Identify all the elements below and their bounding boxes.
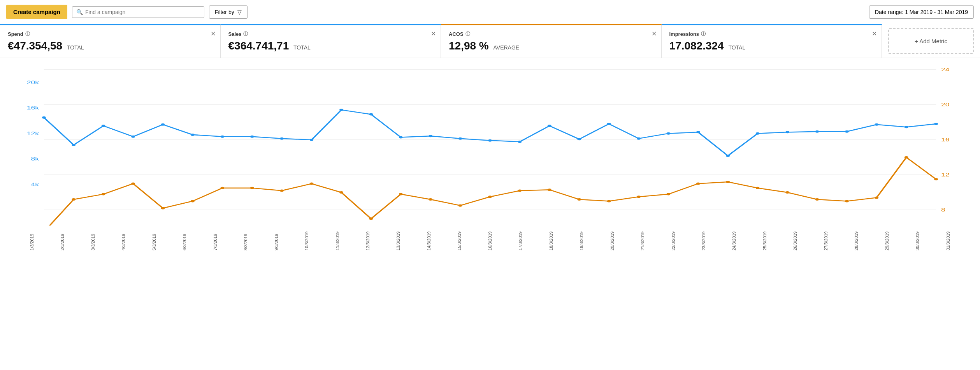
filter-chevron-icon: ▽ (237, 9, 242, 15)
search-input[interactable] (85, 9, 200, 15)
svg-text:8: 8 (941, 207, 945, 212)
x-axis-label: 21/3/2019 (640, 227, 645, 250)
svg-point-57 (369, 218, 373, 220)
svg-point-31 (518, 141, 522, 143)
metric-sales: Sales ⓘ ✕ €364.741,71 TOTAL (221, 24, 441, 58)
svg-point-38 (726, 155, 730, 157)
svg-point-63 (548, 189, 551, 191)
sales-close-button[interactable]: ✕ (431, 30, 436, 37)
svg-point-58 (399, 193, 403, 196)
acos-close-button[interactable]: ✕ (652, 30, 657, 37)
metric-spend: Spend ⓘ ✕ €47.354,58 TOTAL (0, 24, 221, 58)
sales-info-icon[interactable]: ⓘ (243, 31, 248, 37)
svg-point-42 (845, 130, 849, 133)
acos-info-icon[interactable]: ⓘ (465, 31, 470, 37)
svg-point-69 (726, 181, 730, 183)
x-axis-label: 5/3/2019 (152, 227, 156, 250)
svg-point-75 (904, 156, 908, 159)
x-axis-labels: 1/3/20192/3/20193/3/20194/3/20195/3/2019… (6, 226, 974, 250)
spend-close-button[interactable]: ✕ (211, 30, 216, 37)
svg-text:24: 24 (941, 67, 950, 72)
svg-point-76 (934, 178, 938, 180)
svg-point-28 (429, 135, 432, 137)
metric-sales-title: Sales ⓘ (228, 31, 433, 37)
svg-point-45 (934, 123, 938, 125)
filter-button[interactable]: Filter by ▽ (209, 5, 248, 19)
impressions-close-button[interactable]: ✕ (872, 30, 877, 37)
metric-impressions: Impressions ⓘ ✕ 17.082.324 TOTAL (662, 24, 882, 58)
svg-point-22 (250, 136, 254, 138)
svg-point-48 (102, 193, 105, 196)
spend-info-icon[interactable]: ⓘ (25, 31, 30, 37)
svg-point-32 (548, 125, 551, 127)
svg-point-16 (72, 144, 76, 146)
add-metric-button[interactable]: + Add Metric (888, 28, 974, 54)
x-axis-label: 10/3/2019 (304, 227, 309, 250)
svg-point-17 (102, 125, 105, 127)
metrics-row: Spend ⓘ ✕ €47.354,58 TOTAL Sales ⓘ ✕ €36… (0, 24, 980, 58)
svg-point-47 (72, 198, 76, 201)
svg-point-18 (131, 136, 135, 138)
svg-point-61 (488, 196, 492, 198)
metric-spend-value: €47.354,58 TOTAL (8, 40, 213, 52)
x-axis-label: 25/3/2019 (762, 227, 767, 250)
svg-point-64 (577, 198, 581, 201)
svg-point-21 (220, 136, 224, 138)
x-axis-label: 13/3/2019 (396, 227, 400, 250)
svg-point-67 (667, 193, 671, 196)
x-axis-label: 18/3/2019 (549, 227, 553, 250)
svg-point-73 (845, 200, 849, 203)
svg-text:20: 20 (941, 102, 950, 107)
svg-point-41 (815, 130, 819, 133)
impressions-info-icon[interactable]: ⓘ (701, 31, 706, 37)
x-axis-label: 1/3/2019 (30, 227, 34, 250)
x-axis-label: 2/3/2019 (60, 227, 65, 250)
metric-acos-value: 12,98 % AVERAGE (449, 40, 653, 52)
svg-point-29 (458, 137, 462, 140)
svg-point-43 (875, 123, 878, 126)
metric-impressions-value: 17.082.324 TOTAL (669, 40, 874, 52)
x-axis-label: 22/3/2019 (671, 227, 676, 250)
x-axis-label: 7/3/2019 (213, 227, 218, 250)
x-axis-label: 9/3/2019 (274, 227, 279, 250)
svg-point-55 (310, 183, 314, 185)
svg-point-39 (756, 132, 760, 135)
svg-point-24 (310, 139, 314, 141)
x-axis-label: 12/3/2019 (365, 227, 370, 250)
x-axis-label: 4/3/2019 (121, 227, 126, 250)
metric-spend-title: Spend ⓘ (8, 31, 213, 37)
create-campaign-button[interactable]: Create campaign (6, 5, 67, 19)
x-axis-label: 15/3/2019 (457, 227, 462, 250)
search-icon: 🔍 (76, 9, 83, 15)
svg-point-74 (875, 197, 878, 199)
x-axis-label: 31/3/2019 (946, 227, 950, 250)
svg-point-26 (369, 113, 373, 116)
svg-point-53 (250, 187, 254, 189)
search-box: 🔍 (72, 6, 204, 18)
svg-point-72 (815, 198, 819, 201)
x-axis-label: 28/3/2019 (854, 227, 859, 250)
svg-point-44 (904, 126, 908, 128)
svg-point-25 (339, 109, 343, 111)
svg-point-35 (637, 137, 641, 140)
svg-point-40 (785, 131, 789, 133)
metric-acos: ACOS ⓘ ✕ 12,98 % AVERAGE (441, 24, 662, 58)
svg-point-34 (607, 123, 611, 125)
x-axis-label: 20/3/2019 (610, 227, 615, 250)
svg-point-71 (785, 191, 789, 194)
x-axis-label: 11/3/2019 (335, 227, 340, 250)
svg-point-30 (488, 139, 492, 142)
svg-point-23 (280, 137, 284, 140)
svg-point-37 (696, 131, 700, 133)
date-range-button[interactable]: Date range: 1 Mar 2019 - 31 Mar 2019 (869, 5, 974, 19)
chart-container: 20k16k12k8k4k242016128 (6, 62, 974, 226)
svg-point-66 (637, 196, 641, 198)
svg-point-51 (191, 200, 195, 203)
x-axis-label: 17/3/2019 (518, 227, 523, 250)
svg-point-62 (518, 190, 522, 192)
x-axis-label: 14/3/2019 (427, 227, 431, 250)
metric-sales-value: €364.741,71 TOTAL (228, 40, 433, 52)
svg-point-60 (458, 204, 462, 207)
svg-point-20 (191, 134, 195, 136)
x-axis-label: 29/3/2019 (885, 227, 889, 250)
